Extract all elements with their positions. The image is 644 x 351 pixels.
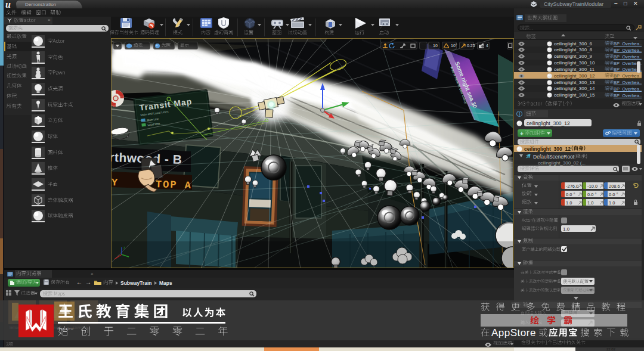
svg-text:u: u bbox=[5, 0, 11, 8]
svg-text:Y: Y bbox=[112, 177, 118, 188]
svg-text:TOP A: TOP A bbox=[156, 179, 193, 191]
